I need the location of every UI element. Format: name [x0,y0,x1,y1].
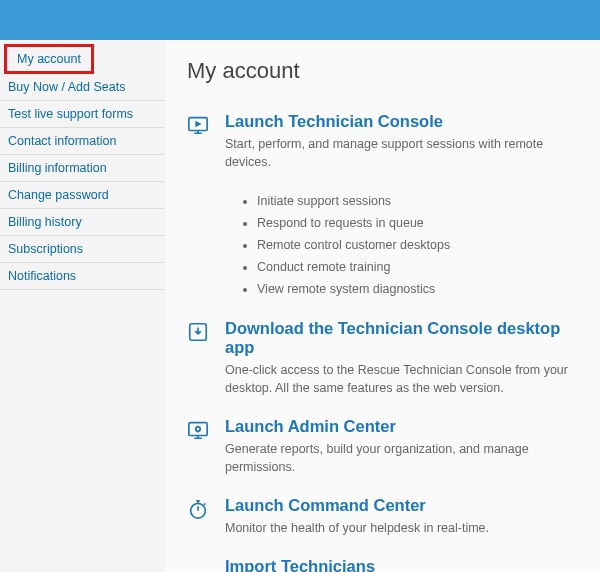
sidebar-item-test-forms[interactable]: Test live support forms [0,101,165,128]
feature-desc: Monitor the health of your helpdesk in r… [225,519,590,537]
feature-bullet-list: Initiate support sessions Respond to req… [257,191,590,300]
top-banner [0,0,600,40]
gear-monitor-icon [187,417,215,476]
sidebar-item-billing-info[interactable]: Billing information [0,155,165,182]
layout-container: My account Buy Now / Add Seats Test live… [0,40,600,572]
sidebar-item-change-password[interactable]: Change password [0,182,165,209]
feature-body: Import Technicians Import technicians fr… [225,557,590,572]
list-item: Conduct remote training [257,257,590,279]
list-item: Respond to requests in queue [257,213,590,235]
sidebar-item-buy-now[interactable]: Buy Now / Add Seats [0,74,165,101]
sidebar-item-contact[interactable]: Contact information [0,128,165,155]
feature-admin-center: Launch Admin Center Generate reports, bu… [187,417,590,476]
feature-import-technicians: Import Technicians Import technicians fr… [187,557,590,572]
feature-desc: One-click access to the Rescue Technicia… [225,361,590,397]
sidebar-item-notifications[interactable]: Notifications [0,263,165,290]
feature-body: Launch Technician Console Start, perform… [225,112,590,171]
svg-point-4 [191,504,206,519]
sidebar-item-my-account[interactable]: My account [7,47,91,71]
feature-command-center: Launch Command Center Monitor the health… [187,496,590,537]
stopwatch-icon [187,496,215,537]
main-content: My account Launch Technician Console Sta… [165,40,600,572]
feature-body: Launch Command Center Monitor the health… [225,496,590,537]
feature-title-link[interactable]: Launch Admin Center [225,417,590,436]
feature-body: Launch Admin Center Generate reports, bu… [225,417,590,476]
list-item: Remote control customer desktops [257,235,590,257]
sidebar: My account Buy Now / Add Seats Test live… [0,40,165,572]
feature-body: Download the Technician Console desktop … [225,319,590,397]
feature-desc: Start, perform, and manage support sessi… [225,135,590,171]
list-item: Initiate support sessions [257,191,590,213]
feature-launch-tech-console: Launch Technician Console Start, perform… [187,112,590,171]
feature-download-app: Download the Technician Console desktop … [187,319,590,397]
feature-title-link[interactable]: Import Technicians [225,557,590,572]
sidebar-item-billing-history[interactable]: Billing history [0,209,165,236]
monitor-play-icon [187,112,215,171]
download-icon [187,319,215,397]
feature-title-link[interactable]: Launch Technician Console [225,112,590,131]
page-title: My account [187,58,590,84]
feature-title-link[interactable]: Launch Command Center [225,496,590,515]
feature-title-link[interactable]: Download the Technician Console desktop … [225,319,590,357]
feature-desc: Generate reports, build your organizatio… [225,440,590,476]
sidebar-item-subscriptions[interactable]: Subscriptions [0,236,165,263]
highlight-my-account: My account [4,44,94,74]
svg-point-3 [196,427,200,431]
svg-rect-2 [189,423,207,436]
list-item: View remote system diagnostics [257,279,590,301]
